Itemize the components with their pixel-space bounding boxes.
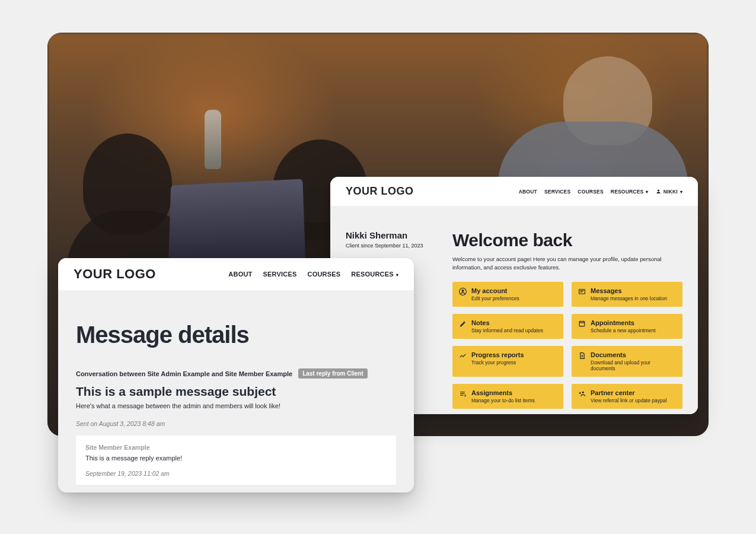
tiles-grid: My accountEdit your preferencesMessagesM… bbox=[452, 282, 682, 409]
nav-user-label: NIKKI bbox=[664, 189, 678, 195]
account-icon bbox=[458, 287, 467, 295]
tile-title: Appointments bbox=[591, 319, 656, 327]
tile-title: My account bbox=[471, 287, 519, 295]
nav-services[interactable]: SERVICES bbox=[263, 271, 296, 278]
reply-date: September 19, 2023 11:02 am bbox=[85, 470, 387, 477]
tile-title: Partner center bbox=[591, 389, 666, 397]
chevron-down-icon: ▾ bbox=[396, 272, 398, 278]
nav-courses-label: COURSES bbox=[578, 189, 603, 195]
messages-icon bbox=[578, 287, 586, 295]
tile-desc: Manage your to-do list items bbox=[471, 398, 535, 403]
message-header: YOUR LOGO ABOUT SERVICES COURSES RESOURC… bbox=[58, 258, 414, 291]
tile-account[interactable]: My accountEdit your preferences bbox=[452, 282, 563, 307]
nav-about[interactable]: ABOUT bbox=[228, 271, 252, 278]
nav-resources[interactable]: RESOURCES▾ bbox=[351, 271, 398, 278]
dashboard-main: Welcome back Welcome to your account pag… bbox=[452, 230, 682, 399]
welcome-intro: Welcome to your account page! Here you c… bbox=[452, 255, 682, 272]
client-since: Client since September 11, 2023 bbox=[346, 243, 435, 249]
logo[interactable]: YOUR LOGO bbox=[74, 266, 156, 282]
status-badge: Last reply from Client bbox=[298, 368, 368, 379]
page-title: Message details bbox=[76, 322, 396, 348]
tile-title: Progress reports bbox=[471, 351, 524, 359]
reply-text: This is a message reply example! bbox=[85, 454, 387, 462]
main-nav: ABOUT SERVICES COURSES RESOURCES▾ NIKKI … bbox=[519, 189, 682, 195]
nav-courses[interactable]: COURSES bbox=[578, 189, 603, 195]
nav-resources[interactable]: RESOURCES▾ bbox=[611, 189, 649, 195]
logo[interactable]: YOUR LOGO bbox=[346, 185, 414, 198]
reply-from: Site Member Example bbox=[85, 444, 387, 451]
tile-title: Messages bbox=[591, 287, 667, 295]
tile-desc: Stay informed and read updates bbox=[471, 328, 543, 333]
tile-title: Notes bbox=[471, 319, 543, 327]
main-nav: ABOUT SERVICES COURSES RESOURCES▾ bbox=[228, 271, 398, 278]
tile-messages[interactable]: MessagesManage messages in one location bbox=[572, 282, 682, 307]
tile-documents[interactable]: DocumentsDownload and upload your docume… bbox=[572, 346, 682, 377]
nav-services-label: SERVICES bbox=[544, 189, 570, 195]
reply-box: Site Member Example This is a message re… bbox=[76, 436, 396, 485]
tile-desc: Manage messages in one location bbox=[591, 295, 667, 301]
tile-title: Documents bbox=[591, 351, 677, 359]
message-subject: This is a sample message subject bbox=[76, 384, 396, 399]
appointments-icon bbox=[578, 319, 586, 328]
tile-notes[interactable]: NotesStay informed and read updates bbox=[452, 314, 563, 339]
tile-desc: Download and upload your documents bbox=[591, 360, 677, 371]
documents-icon bbox=[578, 351, 586, 360]
nav-courses[interactable]: COURSES bbox=[308, 271, 341, 278]
nav-services-label: SERVICES bbox=[263, 271, 296, 278]
chevron-down-icon: ▾ bbox=[680, 189, 682, 195]
tile-assignments[interactable]: AssignmentsManage your to-do list items bbox=[452, 384, 563, 409]
sent-on: Sent on August 3, 2023 8:48 am bbox=[76, 420, 396, 427]
notes-icon bbox=[458, 319, 467, 328]
conversation-row: Conversation between Site Admin Example … bbox=[76, 368, 396, 379]
partner-icon bbox=[578, 389, 586, 398]
nav-about[interactable]: ABOUT bbox=[519, 189, 537, 195]
nav-resources-label: RESOURCES bbox=[611, 189, 644, 195]
progress-icon bbox=[458, 351, 467, 360]
tile-partner[interactable]: Partner centerView referral link or upda… bbox=[572, 384, 682, 409]
tile-desc: View referral link or update paypal bbox=[591, 398, 666, 403]
nav-about-label: ABOUT bbox=[519, 189, 537, 195]
member-name: Nikki Sherman bbox=[346, 230, 435, 240]
outer-frame: YOUR LOGO ABOUT SERVICES COURSES RESOURC… bbox=[12, 12, 744, 522]
message-body: Message details Conversation between Sit… bbox=[58, 291, 414, 491]
dashboard-header: YOUR LOGO ABOUT SERVICES COURSES RESOURC… bbox=[330, 177, 698, 206]
chevron-down-icon: ▾ bbox=[646, 189, 648, 195]
nav-resources-label: RESOURCES bbox=[351, 271, 393, 278]
tile-desc: Edit your preferences bbox=[471, 295, 519, 301]
tile-appointments[interactable]: AppointmentsSchedule a new appointment bbox=[572, 314, 682, 339]
tile-progress[interactable]: Progress reportsTrack your progress bbox=[452, 346, 563, 377]
tile-desc: Schedule a new appointment bbox=[591, 328, 656, 333]
assignments-icon bbox=[458, 389, 467, 398]
tile-title: Assignments bbox=[471, 389, 535, 397]
message-card: YOUR LOGO ABOUT SERVICES COURSES RESOURC… bbox=[58, 258, 414, 492]
conversation-text: Conversation between Site Admin Example … bbox=[76, 370, 292, 377]
message-preview: Here's what a message between the admin … bbox=[76, 402, 396, 409]
nav-services[interactable]: SERVICES bbox=[544, 189, 570, 195]
nav-user[interactable]: NIKKI ▾ bbox=[656, 189, 682, 195]
user-icon bbox=[656, 189, 661, 194]
nav-courses-label: COURSES bbox=[308, 271, 341, 278]
tile-desc: Track your progress bbox=[471, 360, 524, 365]
welcome-title: Welcome back bbox=[452, 230, 682, 250]
nav-about-label: ABOUT bbox=[228, 271, 252, 278]
